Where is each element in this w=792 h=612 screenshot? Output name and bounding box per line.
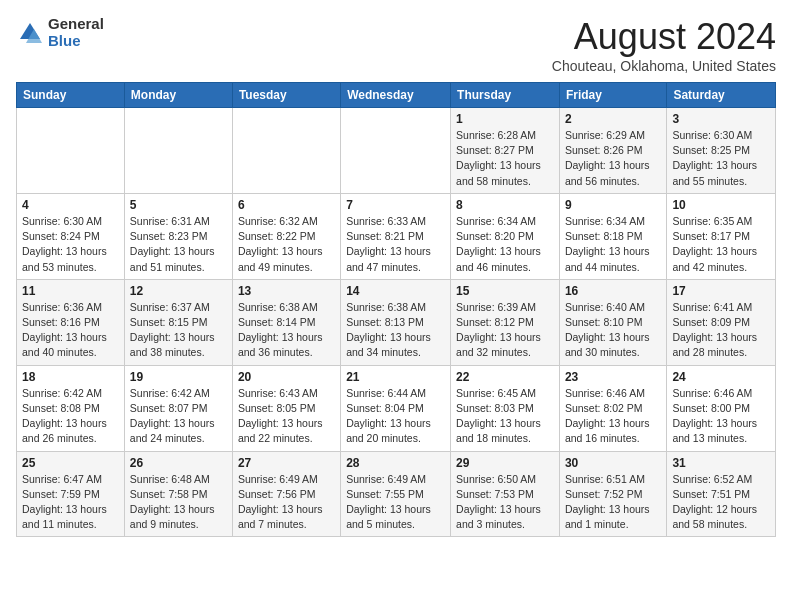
header-cell-thursday: Thursday xyxy=(451,83,560,108)
header-cell-saturday: Saturday xyxy=(667,83,776,108)
day-cell: 23Sunrise: 6:46 AM Sunset: 8:02 PM Dayli… xyxy=(559,365,666,451)
day-info: Sunrise: 6:50 AM Sunset: 7:53 PM Dayligh… xyxy=(456,472,554,533)
week-row-0: 1Sunrise: 6:28 AM Sunset: 8:27 PM Daylig… xyxy=(17,108,776,194)
day-cell: 13Sunrise: 6:38 AM Sunset: 8:14 PM Dayli… xyxy=(232,279,340,365)
day-info: Sunrise: 6:28 AM Sunset: 8:27 PM Dayligh… xyxy=(456,128,554,189)
logo-blue: Blue xyxy=(48,33,104,50)
day-cell: 22Sunrise: 6:45 AM Sunset: 8:03 PM Dayli… xyxy=(451,365,560,451)
day-cell xyxy=(17,108,125,194)
day-number: 2 xyxy=(565,112,661,126)
calendar-header: SundayMondayTuesdayWednesdayThursdayFrid… xyxy=(17,83,776,108)
day-cell: 19Sunrise: 6:42 AM Sunset: 8:07 PM Dayli… xyxy=(124,365,232,451)
day-info: Sunrise: 6:47 AM Sunset: 7:59 PM Dayligh… xyxy=(22,472,119,533)
header-cell-monday: Monday xyxy=(124,83,232,108)
day-info: Sunrise: 6:38 AM Sunset: 8:13 PM Dayligh… xyxy=(346,300,445,361)
day-info: Sunrise: 6:49 AM Sunset: 7:56 PM Dayligh… xyxy=(238,472,335,533)
day-info: Sunrise: 6:30 AM Sunset: 8:24 PM Dayligh… xyxy=(22,214,119,275)
day-cell: 31Sunrise: 6:52 AM Sunset: 7:51 PM Dayli… xyxy=(667,451,776,537)
day-info: Sunrise: 6:33 AM Sunset: 8:21 PM Dayligh… xyxy=(346,214,445,275)
logo-general: General xyxy=(48,16,104,33)
header: General Blue August 2024 Chouteau, Oklah… xyxy=(16,16,776,74)
day-cell: 20Sunrise: 6:43 AM Sunset: 8:05 PM Dayli… xyxy=(232,365,340,451)
day-number: 28 xyxy=(346,456,445,470)
day-number: 12 xyxy=(130,284,227,298)
logo: General Blue xyxy=(16,16,104,49)
day-cell: 21Sunrise: 6:44 AM Sunset: 8:04 PM Dayli… xyxy=(341,365,451,451)
day-cell: 17Sunrise: 6:41 AM Sunset: 8:09 PM Dayli… xyxy=(667,279,776,365)
day-info: Sunrise: 6:51 AM Sunset: 7:52 PM Dayligh… xyxy=(565,472,661,533)
day-number: 11 xyxy=(22,284,119,298)
day-info: Sunrise: 6:52 AM Sunset: 7:51 PM Dayligh… xyxy=(672,472,770,533)
header-cell-sunday: Sunday xyxy=(17,83,125,108)
day-info: Sunrise: 6:34 AM Sunset: 8:20 PM Dayligh… xyxy=(456,214,554,275)
day-info: Sunrise: 6:38 AM Sunset: 8:14 PM Dayligh… xyxy=(238,300,335,361)
day-number: 19 xyxy=(130,370,227,384)
calendar-body: 1Sunrise: 6:28 AM Sunset: 8:27 PM Daylig… xyxy=(17,108,776,537)
title-area: August 2024 Chouteau, Oklahoma, United S… xyxy=(552,16,776,74)
day-number: 13 xyxy=(238,284,335,298)
day-info: Sunrise: 6:44 AM Sunset: 8:04 PM Dayligh… xyxy=(346,386,445,447)
day-cell: 16Sunrise: 6:40 AM Sunset: 8:10 PM Dayli… xyxy=(559,279,666,365)
day-info: Sunrise: 6:32 AM Sunset: 8:22 PM Dayligh… xyxy=(238,214,335,275)
day-cell: 7Sunrise: 6:33 AM Sunset: 8:21 PM Daylig… xyxy=(341,193,451,279)
day-number: 6 xyxy=(238,198,335,212)
day-number: 22 xyxy=(456,370,554,384)
day-info: Sunrise: 6:30 AM Sunset: 8:25 PM Dayligh… xyxy=(672,128,770,189)
day-cell: 5Sunrise: 6:31 AM Sunset: 8:23 PM Daylig… xyxy=(124,193,232,279)
day-number: 9 xyxy=(565,198,661,212)
day-cell: 30Sunrise: 6:51 AM Sunset: 7:52 PM Dayli… xyxy=(559,451,666,537)
day-cell: 12Sunrise: 6:37 AM Sunset: 8:15 PM Dayli… xyxy=(124,279,232,365)
day-number: 8 xyxy=(456,198,554,212)
day-cell xyxy=(232,108,340,194)
day-info: Sunrise: 6:29 AM Sunset: 8:26 PM Dayligh… xyxy=(565,128,661,189)
day-number: 31 xyxy=(672,456,770,470)
day-cell: 14Sunrise: 6:38 AM Sunset: 8:13 PM Dayli… xyxy=(341,279,451,365)
day-number: 20 xyxy=(238,370,335,384)
day-number: 17 xyxy=(672,284,770,298)
day-number: 18 xyxy=(22,370,119,384)
day-cell: 24Sunrise: 6:46 AM Sunset: 8:00 PM Dayli… xyxy=(667,365,776,451)
day-cell xyxy=(124,108,232,194)
day-cell: 29Sunrise: 6:50 AM Sunset: 7:53 PM Dayli… xyxy=(451,451,560,537)
week-row-3: 18Sunrise: 6:42 AM Sunset: 8:08 PM Dayli… xyxy=(17,365,776,451)
day-number: 10 xyxy=(672,198,770,212)
day-cell: 8Sunrise: 6:34 AM Sunset: 8:20 PM Daylig… xyxy=(451,193,560,279)
day-cell: 28Sunrise: 6:49 AM Sunset: 7:55 PM Dayli… xyxy=(341,451,451,537)
day-info: Sunrise: 6:48 AM Sunset: 7:58 PM Dayligh… xyxy=(130,472,227,533)
header-cell-friday: Friday xyxy=(559,83,666,108)
header-row: SundayMondayTuesdayWednesdayThursdayFrid… xyxy=(17,83,776,108)
day-number: 15 xyxy=(456,284,554,298)
day-info: Sunrise: 6:43 AM Sunset: 8:05 PM Dayligh… xyxy=(238,386,335,447)
day-cell: 6Sunrise: 6:32 AM Sunset: 8:22 PM Daylig… xyxy=(232,193,340,279)
day-info: Sunrise: 6:31 AM Sunset: 8:23 PM Dayligh… xyxy=(130,214,227,275)
day-cell: 27Sunrise: 6:49 AM Sunset: 7:56 PM Dayli… xyxy=(232,451,340,537)
day-number: 14 xyxy=(346,284,445,298)
day-cell: 25Sunrise: 6:47 AM Sunset: 7:59 PM Dayli… xyxy=(17,451,125,537)
day-number: 16 xyxy=(565,284,661,298)
header-cell-wednesday: Wednesday xyxy=(341,83,451,108)
day-info: Sunrise: 6:42 AM Sunset: 8:08 PM Dayligh… xyxy=(22,386,119,447)
header-cell-tuesday: Tuesday xyxy=(232,83,340,108)
day-info: Sunrise: 6:42 AM Sunset: 8:07 PM Dayligh… xyxy=(130,386,227,447)
day-number: 24 xyxy=(672,370,770,384)
day-cell: 15Sunrise: 6:39 AM Sunset: 8:12 PM Dayli… xyxy=(451,279,560,365)
day-cell xyxy=(341,108,451,194)
day-info: Sunrise: 6:35 AM Sunset: 8:17 PM Dayligh… xyxy=(672,214,770,275)
day-number: 26 xyxy=(130,456,227,470)
week-row-4: 25Sunrise: 6:47 AM Sunset: 7:59 PM Dayli… xyxy=(17,451,776,537)
day-number: 4 xyxy=(22,198,119,212)
day-info: Sunrise: 6:34 AM Sunset: 8:18 PM Dayligh… xyxy=(565,214,661,275)
day-number: 7 xyxy=(346,198,445,212)
day-cell: 10Sunrise: 6:35 AM Sunset: 8:17 PM Dayli… xyxy=(667,193,776,279)
day-number: 3 xyxy=(672,112,770,126)
day-cell: 3Sunrise: 6:30 AM Sunset: 8:25 PM Daylig… xyxy=(667,108,776,194)
day-info: Sunrise: 6:46 AM Sunset: 8:02 PM Dayligh… xyxy=(565,386,661,447)
day-info: Sunrise: 6:40 AM Sunset: 8:10 PM Dayligh… xyxy=(565,300,661,361)
day-cell: 9Sunrise: 6:34 AM Sunset: 8:18 PM Daylig… xyxy=(559,193,666,279)
day-number: 23 xyxy=(565,370,661,384)
week-row-1: 4Sunrise: 6:30 AM Sunset: 8:24 PM Daylig… xyxy=(17,193,776,279)
day-number: 21 xyxy=(346,370,445,384)
day-info: Sunrise: 6:46 AM Sunset: 8:00 PM Dayligh… xyxy=(672,386,770,447)
day-info: Sunrise: 6:36 AM Sunset: 8:16 PM Dayligh… xyxy=(22,300,119,361)
location-title: Chouteau, Oklahoma, United States xyxy=(552,58,776,74)
